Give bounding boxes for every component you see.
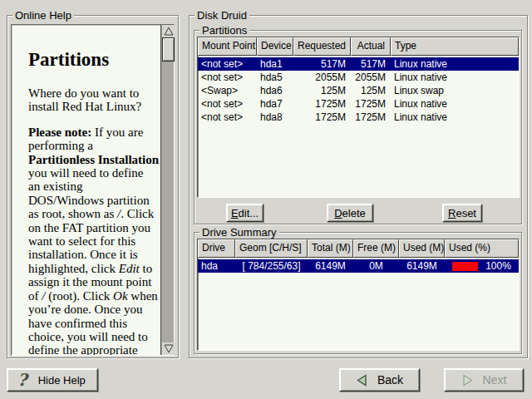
cell: 2055M xyxy=(293,71,351,84)
reset-button[interactable]: Reset xyxy=(442,204,482,222)
hide-help-label: Hide Help xyxy=(38,374,86,387)
cell: <not set> xyxy=(198,97,257,111)
column-header-used-m[interactable]: Used (M) xyxy=(399,239,445,258)
drive-summary-row[interactable]: hda [ 784/255/63] 6149M 0M 6149M 100% xyxy=(198,259,519,273)
cell: <not set> xyxy=(198,57,257,71)
edit-button[interactable]: Edit... xyxy=(226,204,264,222)
drive-summary-frame-label: Drive Summary xyxy=(200,226,279,239)
cell: Linux swap xyxy=(391,84,519,97)
column-header-type[interactable]: Type xyxy=(391,37,519,56)
usage-bar xyxy=(452,262,478,271)
partitions-table-header: Mount PointDeviceRequestedActualType xyxy=(198,37,519,56)
partitions-frame: Partitions Mount PointDeviceRequestedAct… xyxy=(194,30,522,224)
drive-cell: hda xyxy=(198,259,235,273)
cell: <Swap> xyxy=(198,84,257,97)
arrow-up-icon xyxy=(164,27,174,36)
disk-druid-frame: Disk Druid Partitions Mount PointDeviceR… xyxy=(189,15,528,358)
drive-summary-frame: Drive Summary DriveGeom [C/H/S]Total (M)… xyxy=(194,232,522,354)
partitions-table: Mount PointDeviceRequestedActualType <no… xyxy=(197,37,520,198)
back-arrow-icon xyxy=(356,374,368,387)
scrollbar-thumb[interactable] xyxy=(162,37,175,62)
used-m-cell: 6149M xyxy=(399,259,445,273)
cell: 1725M xyxy=(351,111,391,124)
partitions-frame-label: Partitions xyxy=(200,24,249,37)
scroll-up-button[interactable] xyxy=(162,25,175,37)
hide-help-button[interactable]: ? Hide Help xyxy=(7,368,98,392)
back-label: Back xyxy=(377,373,403,387)
table-row[interactable]: <not set>hda1517M517MLinux native xyxy=(198,57,519,71)
used-percent-cell: 100% xyxy=(445,259,519,273)
help-viewport: Partitions Where do you want toinstall R… xyxy=(11,24,175,356)
table-row[interactable]: <not set>hda81725M1725MLinux native xyxy=(198,111,519,124)
drive-summary-table: DriveGeom [C/H/S]Total (M)Free (M)Used (… xyxy=(197,239,520,351)
column-header-mount-point[interactable]: Mount Point xyxy=(198,37,257,56)
cell: hda6 xyxy=(257,84,293,97)
drive-summary-table-header: DriveGeom [C/H/S]Total (M)Free (M)Used (… xyxy=(198,239,519,258)
question-mark-icon: ? xyxy=(17,372,27,388)
arrow-down-icon xyxy=(164,344,174,353)
cell: hda5 xyxy=(257,71,293,84)
cell: Linux native xyxy=(391,97,519,111)
partitions-table-body: <not set>hda1517M517MLinux native<not se… xyxy=(198,56,519,124)
online-help-frame: Online Help Partitions Where do you want… xyxy=(7,15,179,358)
help-text: Where do you want toinstall Red Hat Linu… xyxy=(28,86,160,355)
cell: 125M xyxy=(293,84,351,97)
table-row[interactable]: <not set>hda71725M1725MLinux native xyxy=(198,97,519,111)
installer-window: Online Help Partitions Where do you want… xyxy=(0,0,532,399)
total-cell: 6149M xyxy=(308,259,353,273)
cell: 517M xyxy=(351,57,391,71)
column-header-actual[interactable]: Actual xyxy=(351,37,391,56)
cell: Linux native xyxy=(391,71,519,84)
free-cell: 0M xyxy=(353,259,399,273)
column-header-requested[interactable]: Requested xyxy=(293,37,351,56)
cell: 1725M xyxy=(351,97,391,111)
table-row[interactable]: <not set>hda52055M2055MLinux native xyxy=(198,71,519,84)
cell: <not set> xyxy=(198,71,257,84)
cell: Linux native xyxy=(391,111,519,124)
table-row[interactable]: <Swap>hda6125M125MLinux swap xyxy=(198,84,519,97)
cell: 1725M xyxy=(293,97,351,111)
column-header-geom-c-h-s[interactable]: Geom [C/H/S] xyxy=(235,239,308,258)
help-scrollbar[interactable] xyxy=(160,25,174,355)
column-header-free-m[interactable]: Free (M) xyxy=(353,239,399,258)
cell: hda7 xyxy=(257,97,293,111)
used-percent-label: 100% xyxy=(485,259,511,273)
column-header-device[interactable]: Device xyxy=(257,37,293,56)
column-header-drive[interactable]: Drive xyxy=(198,239,235,258)
cell: 2055M xyxy=(351,71,391,84)
delete-button[interactable]: Delete xyxy=(327,204,373,222)
column-header-total-m[interactable]: Total (M) xyxy=(308,239,353,258)
next-label: Next xyxy=(483,373,507,387)
cell: 517M xyxy=(293,57,351,71)
drive-summary-table-body: hda [ 784/255/63] 6149M 0M 6149M 100% xyxy=(198,258,519,273)
back-button[interactable]: Back xyxy=(339,368,420,392)
next-button[interactable]: Next xyxy=(444,368,524,392)
help-title: Partitions xyxy=(28,50,160,70)
cell: Linux native xyxy=(391,57,519,71)
column-header-used[interactable]: Used (%) xyxy=(445,239,519,258)
cell: <not set> xyxy=(198,111,257,124)
cell: hda1 xyxy=(257,57,293,71)
cell: 1725M xyxy=(293,111,351,124)
next-arrow-icon xyxy=(461,374,474,387)
online-help-frame-label: Online Help xyxy=(12,9,74,22)
cell: 125M xyxy=(351,84,391,97)
disk-druid-frame-label: Disk Druid xyxy=(195,9,249,22)
help-content: Partitions Where do you want toinstall R… xyxy=(12,25,160,355)
geom-cell: [ 784/255/63] xyxy=(235,259,308,273)
scroll-down-button[interactable] xyxy=(162,342,175,355)
cell: hda8 xyxy=(257,111,293,124)
